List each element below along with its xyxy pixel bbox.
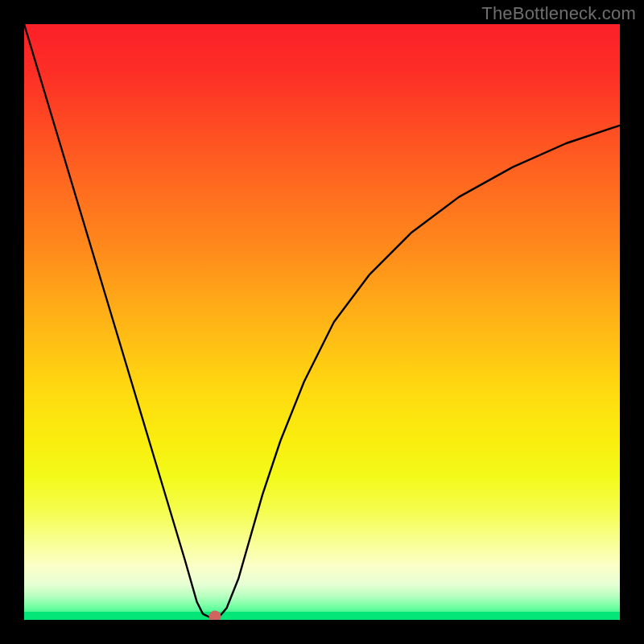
curve-svg [24,24,620,620]
curve-path [24,24,620,617]
chart-frame: TheBottleneck.com [0,0,644,644]
vertex-dot [208,611,221,620]
watermark-text: TheBottleneck.com [481,3,636,24]
plot-area [24,24,620,620]
